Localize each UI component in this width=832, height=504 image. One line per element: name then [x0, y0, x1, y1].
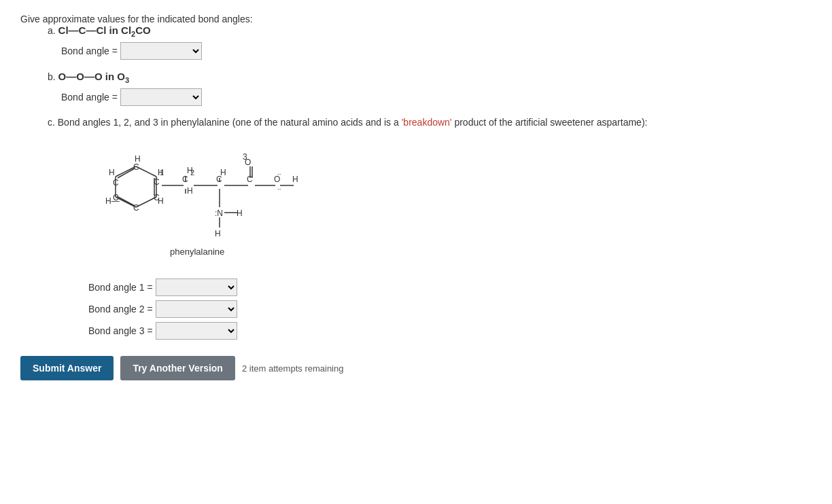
part-c-description: c. Bond angles 1, 2, and 3 in phenylalan…	[48, 117, 812, 128]
submit-button[interactable]: Submit Answer	[20, 356, 114, 380]
question-container: Give approximate values for the indicate…	[20, 14, 812, 380]
svg-text:C: C	[113, 193, 119, 202]
part-b-bond-angle-label: Bond angle =	[61, 92, 118, 103]
svg-text:3: 3	[243, 152, 247, 162]
part-c-bond-angle-1-row: Bond angle 1 = 109.5° 120° 180° 90° 104.…	[88, 278, 812, 296]
part-a-bond-angle-label: Bond angle =	[61, 46, 118, 56]
svg-text:··: ··	[277, 170, 281, 178]
bond-angle-3-label: Bond angle 3 =	[88, 325, 153, 336]
part-c-bond-angle-3-row: Bond angle 3 = 109.5° 120° 180° 90° 104.…	[88, 322, 812, 340]
svg-text:C: C	[154, 193, 160, 202]
bond-angle-1-label: Bond angle 1 =	[88, 282, 153, 293]
try-another-button[interactable]: Try Another Version	[120, 356, 235, 380]
part-b-label: b. O—O—O in O3	[48, 71, 812, 84]
part-c-dropdown-2[interactable]: 109.5° 120° 180° 90° 104.5° 107°	[156, 300, 237, 318]
part-a-label: a. Cl—C—Cl in Cl2CO	[48, 24, 812, 38]
svg-text:1: 1	[160, 168, 164, 177]
svg-text:phenylalanine: phenylalanine	[170, 247, 224, 257]
part-c-dropdown-1[interactable]: 109.5° 120° 180° 90° 104.5° 107°	[156, 278, 237, 296]
footer-buttons: Submit Answer Try Another Version 2 item…	[20, 356, 812, 380]
molecule-container: H H H H H— C C C C C C 1 C H	[75, 136, 812, 272]
svg-text::N: :N	[215, 209, 223, 218]
svg-text:H: H	[187, 186, 193, 196]
part-c-dropdown-3[interactable]: 109.5° 120° 180° 90° 104.5° 107°	[156, 322, 237, 340]
svg-text:C: C	[133, 162, 139, 172]
svg-text:H: H	[215, 229, 221, 238]
phenylalanine-svg: H H H H H— C C C C C C 1 C H	[75, 136, 367, 272]
svg-text:H: H	[292, 175, 298, 184]
svg-line-6	[118, 168, 135, 178]
part-a: a. Cl—C—Cl in Cl2CO Bond angle = 109.5° …	[48, 24, 812, 60]
svg-text:H: H	[109, 168, 115, 177]
attempts-remaining: 2 item attempts remaining	[242, 363, 344, 374]
svg-text:C: C	[133, 203, 139, 213]
part-a-bond-angle-row: Bond angle = 109.5° 120° 180° 90° 104.5°…	[61, 42, 812, 60]
part-a-dropdown[interactable]: 109.5° 120° 180° 90° 104.5° 107°	[120, 42, 202, 60]
bond-angle-2-label: Bond angle 2 =	[88, 304, 153, 314]
svg-text:C: C	[154, 177, 160, 187]
svg-text:H: H	[237, 209, 243, 218]
svg-text:H: H	[220, 168, 226, 177]
part-c-bond-angle-2-row: Bond angle 2 = 109.5° 120° 180° 90° 104.…	[88, 300, 812, 318]
question-intro: Give approximate values for the indicate…	[20, 14, 812, 24]
part-c-bond-angles: Bond angle 1 = 109.5° 120° 180° 90° 104.…	[75, 278, 812, 340]
svg-line-8	[117, 196, 135, 206]
svg-text:2: 2	[190, 168, 194, 177]
part-b: b. O—O—O in O3 Bond angle = 109.5° 120° …	[48, 71, 812, 106]
svg-text:C: C	[113, 178, 119, 187]
svg-text:··: ··	[277, 185, 281, 193]
part-b-bond-angle-row: Bond angle = 109.5° 120° 180° 90° 104.5°…	[61, 88, 812, 106]
part-b-dropdown[interactable]: 109.5° 120° 180° 90° 104.5° 107°	[120, 88, 202, 106]
part-c: c. Bond angles 1, 2, and 3 in phenylalan…	[48, 117, 812, 340]
